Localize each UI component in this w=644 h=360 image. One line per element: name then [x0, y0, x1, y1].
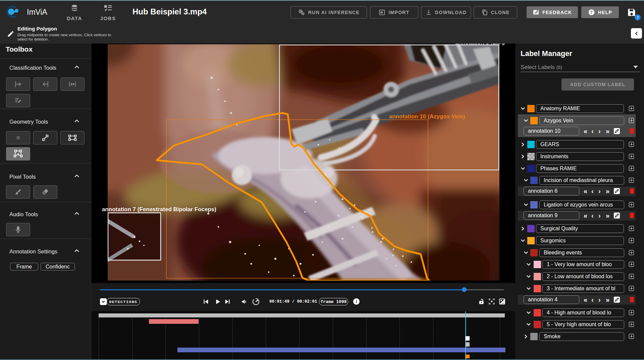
svg-text:?: ? — [590, 10, 593, 15]
